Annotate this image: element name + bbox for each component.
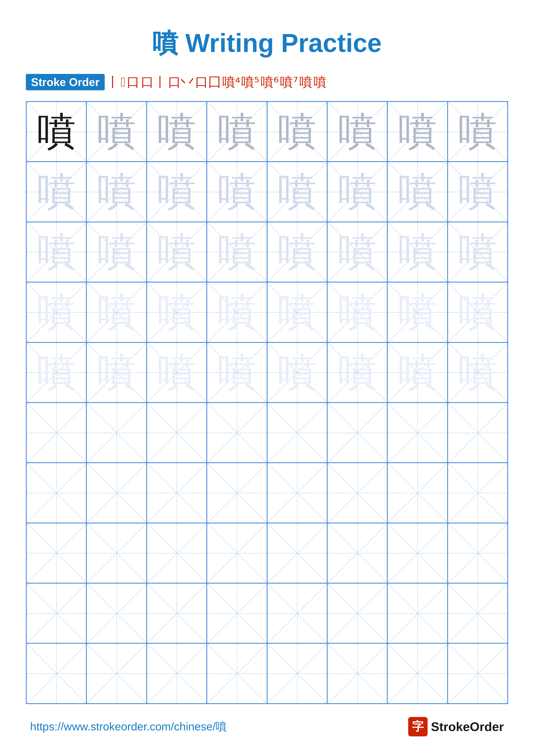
char-display: 噴 — [278, 173, 317, 211]
stroke-step-4: 口丨 — [141, 74, 167, 90]
grid-cell-r8c1[interactable] — [26, 523, 87, 583]
grid-cell-r8c2[interactable] — [87, 523, 146, 583]
char-display: 噴 — [37, 293, 76, 332]
char-display: 噴 — [97, 353, 136, 392]
grid-cell-r1c5: 噴 — [267, 101, 327, 162]
stroke-step-1: 丨 — [106, 74, 119, 90]
grid-cell-r1c2: 噴 — [87, 101, 146, 162]
grid-cell-r5c3: 噴 — [147, 342, 207, 403]
stroke-step-6: 口囗 — [195, 74, 221, 90]
practice-grid: 噴 噴 噴 噴 噴 噴 噴 噴 — [26, 101, 508, 704]
grid-cell-r7c3[interactable] — [147, 463, 207, 523]
grid-cell-r9c8[interactable] — [447, 583, 508, 643]
page: 噴 Writing Practice Stroke Order 丨 𠃌 口 口丨… — [0, 0, 534, 756]
stroke-order-row: Stroke Order 丨 𠃌 口 口丨 口丷 口囗 噴⁴ 噴⁵ 噴⁶ 噴⁷ … — [26, 74, 508, 90]
grid-cell-r6c7[interactable] — [387, 403, 447, 463]
grid-cell-r9c6[interactable] — [327, 583, 387, 643]
grid-cell-r8c7[interactable] — [387, 523, 447, 583]
grid-cell-r9c3[interactable] — [147, 583, 207, 643]
char-display: 噴 — [97, 112, 136, 151]
grid-cell-r3c6: 噴 — [327, 222, 387, 282]
stroke-step-11: 噴 — [299, 74, 312, 90]
footer-logo-icon: 字 — [408, 717, 428, 736]
grid-cell-r7c6[interactable] — [327, 463, 387, 523]
stroke-step-2: 𠃌 — [121, 74, 125, 90]
grid-cell-r7c5[interactable] — [267, 463, 327, 523]
char-display: 噴 — [458, 112, 497, 151]
grid-cell-r8c6[interactable] — [327, 523, 387, 583]
char-display: 噴 — [458, 293, 497, 332]
grid-cell-r7c8[interactable] — [447, 463, 508, 523]
grid-cell-r6c5[interactable] — [267, 403, 327, 463]
grid-cell-r8c8[interactable] — [447, 523, 508, 583]
grid-cell-r10c8[interactable] — [447, 643, 508, 703]
char-display: 噴 — [157, 293, 196, 332]
grid-cell-r8c3[interactable] — [147, 523, 207, 583]
char-display: 噴 — [338, 353, 377, 392]
grid-cell-r7c7[interactable] — [387, 463, 447, 523]
char-display: 噴 — [97, 173, 136, 211]
char-display: 噴 — [37, 173, 76, 211]
grid-cell-r8c4[interactable] — [207, 523, 267, 583]
stroke-step-5: 口丷 — [168, 74, 194, 90]
grid-cell-r6c3[interactable] — [147, 403, 207, 463]
grid-cell-r2c1: 噴 — [26, 162, 87, 222]
char-display: 噴 — [217, 293, 256, 332]
grid-cell-r5c2: 噴 — [87, 342, 146, 403]
grid-cell-r1c1: 噴 — [26, 101, 87, 162]
grid-cell-r4c8: 噴 — [447, 282, 508, 342]
grid-cell-r7c1[interactable] — [26, 463, 87, 523]
grid-cell-r3c2: 噴 — [87, 222, 146, 282]
grid-cell-r6c4[interactable] — [207, 403, 267, 463]
grid-cell-r6c1[interactable] — [26, 403, 87, 463]
grid-cell-r1c6: 噴 — [327, 101, 387, 162]
grid-cell-r9c7[interactable] — [387, 583, 447, 643]
grid-cell-r4c1: 噴 — [26, 282, 87, 342]
grid-cell-r5c4: 噴 — [207, 342, 267, 403]
grid-cell-r10c5[interactable] — [267, 643, 327, 703]
grid-cell-r7c4[interactable] — [207, 463, 267, 523]
grid-cell-r2c8: 噴 — [447, 162, 508, 222]
grid-cell-r10c4[interactable] — [207, 643, 267, 703]
grid-cell-r2c3: 噴 — [147, 162, 207, 222]
grid-cell-r10c1[interactable] — [26, 643, 87, 703]
footer-url: https://www.strokeorder.com/chinese/噴 — [30, 719, 227, 734]
grid-cell-r2c6: 噴 — [327, 162, 387, 222]
grid-cell-r4c2: 噴 — [87, 282, 146, 342]
grid-cell-r7c2[interactable] — [87, 463, 146, 523]
char-display: 噴 — [217, 232, 256, 271]
grid-cell-r10c7[interactable] — [387, 643, 447, 703]
grid-cell-r9c4[interactable] — [207, 583, 267, 643]
grid-cell-r6c2[interactable] — [87, 403, 146, 463]
grid-cell-r9c5[interactable] — [267, 583, 327, 643]
grid-cell-r5c8: 噴 — [447, 342, 508, 403]
grid-cell-r5c6: 噴 — [327, 342, 387, 403]
grid-cell-r3c4: 噴 — [207, 222, 267, 282]
grid-cell-r1c8: 噴 — [447, 101, 508, 162]
footer: https://www.strokeorder.com/chinese/噴 字 … — [26, 717, 508, 736]
grid-cell-r3c8: 噴 — [447, 222, 508, 282]
grid-cell-r3c7: 噴 — [387, 222, 447, 282]
grid-cell-r5c1: 噴 — [26, 342, 87, 403]
char-display: 噴 — [398, 112, 437, 151]
page-title: 噴 Writing Practice — [152, 26, 382, 61]
char-display: 噴 — [338, 232, 377, 271]
grid-cell-r1c3: 噴 — [147, 101, 207, 162]
grid-cell-r3c1: 噴 — [26, 222, 87, 282]
char-display: 噴 — [157, 112, 196, 151]
grid-cell-r10c6[interactable] — [327, 643, 387, 703]
grid-cell-r10c2[interactable] — [87, 643, 146, 703]
grid-cell-r6c8[interactable] — [447, 403, 508, 463]
grid-cell-r8c5[interactable] — [267, 523, 327, 583]
stroke-step-7: 噴⁴ — [222, 74, 240, 90]
grid-cell-r2c5: 噴 — [267, 162, 327, 222]
grid-cell-r4c4: 噴 — [207, 282, 267, 342]
grid-cell-r9c1[interactable] — [26, 583, 87, 643]
grid-cell-r3c5: 噴 — [267, 222, 327, 282]
grid-cell-r6c6[interactable] — [327, 403, 387, 463]
grid-cell-r10c3[interactable] — [147, 643, 207, 703]
char-display: 噴 — [37, 112, 76, 151]
char-display: 噴 — [398, 293, 437, 332]
char-display: 噴 — [338, 112, 377, 151]
grid-cell-r9c2[interactable] — [87, 583, 146, 643]
